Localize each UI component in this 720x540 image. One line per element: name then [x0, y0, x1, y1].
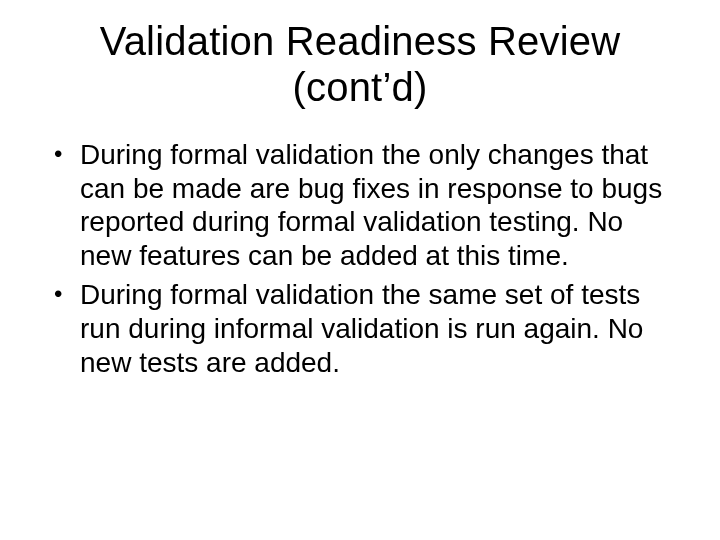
bullet-text: During formal validation the same set of…: [80, 279, 643, 377]
bullet-list: During formal validation the only change…: [40, 138, 680, 379]
slide: Validation Readiness Review (cont’d) Dur…: [0, 0, 720, 540]
slide-title: Validation Readiness Review (cont’d): [40, 18, 680, 110]
list-item: During formal validation the same set of…: [50, 278, 670, 379]
list-item: During formal validation the only change…: [50, 138, 670, 272]
bullet-text: During formal validation the only change…: [80, 139, 662, 271]
